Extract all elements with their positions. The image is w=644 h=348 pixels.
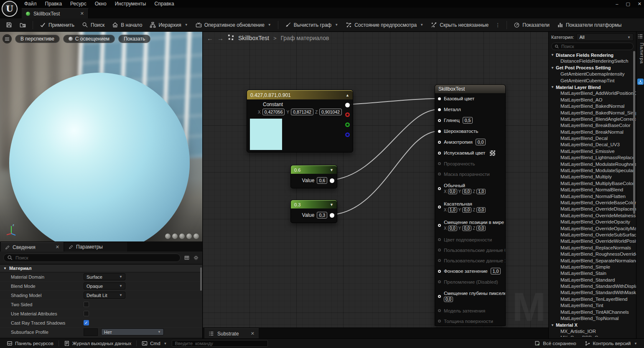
input-pin-icon[interactable] bbox=[438, 309, 441, 312]
material-pin-row[interactable]: Смещение глубины пикселей0,0 bbox=[435, 287, 505, 305]
asset-dropdown[interactable]: Нет▼ bbox=[101, 328, 164, 335]
pin-z-field[interactable]: 0,0 bbox=[476, 207, 486, 213]
palette-item[interactable]: MatLayerBlend_StandardWithMaskEd bbox=[549, 290, 636, 296]
material-pin-row[interactable]: Металл bbox=[435, 104, 505, 115]
palette-item[interactable]: MatLayerBlend_OverrideOpacityMas bbox=[549, 226, 636, 232]
statusbar-Панель ресурсов[interactable]: Панель ресурсов bbox=[3, 339, 57, 348]
material-pin-row[interactable]: ОбычныйX0,0Y0,0Z1,0 bbox=[435, 179, 505, 198]
menu-item-Правка[interactable]: Правка bbox=[41, 0, 66, 7]
constant-y-field[interactable]: 0,871242 bbox=[291, 109, 313, 115]
property-checkbox[interactable]: ✓ bbox=[84, 320, 89, 325]
material-pin-row[interactable]: КасательнаяX1,0Y0,0Z0,0 bbox=[435, 198, 505, 216]
constant-z-field[interactable]: 0,901042 bbox=[319, 109, 342, 115]
statusbar-Контроль версий[interactable]: Контроль версий▼ bbox=[581, 340, 641, 346]
property-dropdown[interactable]: Default Lit▼ bbox=[84, 292, 125, 299]
material-pin-row[interactable]: Пользовательские данные 0 bbox=[435, 245, 505, 255]
details-tab-Параметры[interactable]: Параметры bbox=[64, 242, 127, 251]
property-checkbox[interactable] bbox=[84, 302, 89, 307]
value-field[interactable]: 0,3 bbox=[317, 212, 327, 218]
more-options-icon[interactable]: ⋮ bbox=[493, 22, 503, 28]
constant-node-0-3[interactable]: 0.3 ▼ Value 0,3 bbox=[290, 200, 337, 223]
palette-item[interactable]: MatLayerBlend_Standard bbox=[549, 277, 636, 283]
palette-item[interactable]: MatLayerBlend_TopNormal bbox=[549, 315, 636, 322]
input-pin-icon[interactable] bbox=[438, 224, 441, 227]
expand-chevron-icon[interactable]: ▼ bbox=[330, 168, 333, 172]
toolbar-Применить[interactable]: Применить bbox=[36, 20, 78, 30]
palette-item[interactable]: MatLayerBlend_OverrideWorldPositio bbox=[549, 238, 636, 244]
palette-side-tab[interactable]: Палитра bbox=[636, 43, 644, 64]
palette-item[interactable]: MatLayerBlend_RoughnessOverride bbox=[549, 251, 636, 257]
settings-gear-icon[interactable] bbox=[193, 255, 199, 261]
command-input[interactable] bbox=[172, 340, 268, 347]
palette-item[interactable]: MatLayerBlend_OverrideMetalness bbox=[549, 213, 636, 219]
palette-search-input[interactable] bbox=[561, 44, 630, 49]
palette-item[interactable]: MatLayerBlend_Tint bbox=[549, 302, 636, 309]
preview-mesh-button-3[interactable] bbox=[186, 234, 192, 239]
output-pin-r[interactable] bbox=[345, 112, 350, 117]
pin-y-field[interactable]: 0,0 bbox=[462, 226, 471, 231]
toolbar-browse-icon[interactable] bbox=[16, 20, 29, 30]
palette-item[interactable]: MatLayerBlend_OverrideBaseColor bbox=[549, 200, 636, 206]
input-pin-icon[interactable] bbox=[438, 141, 441, 144]
material-pin-row[interactable]: Базовый цвет bbox=[435, 93, 505, 104]
close-icon[interactable]: ✕ bbox=[56, 244, 59, 250]
palette-group-Material Layer Blend[interactable]: ▼Material Layer Blend bbox=[549, 84, 636, 90]
tab-skillboxtest[interactable]: SkillboxTest ✕ bbox=[22, 8, 89, 18]
palette-item[interactable]: MatLayerBlend_Decal bbox=[549, 135, 636, 142]
palette-item[interactable]: MatLayerBlend_AddWorldPositionOff bbox=[549, 90, 636, 97]
palette-item[interactable]: MatLayerBlend_TintAllChannels bbox=[549, 309, 636, 315]
palette-item[interactable]: MatLayerBlend_Multiply bbox=[549, 174, 636, 180]
input-pin-icon[interactable] bbox=[438, 130, 441, 133]
input-pin-icon[interactable] bbox=[438, 206, 441, 208]
palette-item[interactable]: MatLayerBlend_MultiplyBaseColor bbox=[549, 180, 636, 187]
output-pin[interactable] bbox=[330, 178, 334, 183]
asset-thumbnail[interactable] bbox=[84, 328, 98, 336]
material-pin-row[interactable]: Пользовательские данные 1 bbox=[435, 255, 505, 266]
palette-item[interactable]: MatLayerBlend_TenLayerBlend bbox=[549, 296, 636, 302]
material-pin-row[interactable]: Смещение позиции в миреX0,0Y0,0Z0,0 bbox=[435, 216, 505, 234]
preview-viewport[interactable]: В перспективе С освещением Показать bbox=[0, 32, 202, 241]
input-pin-icon[interactable] bbox=[438, 249, 441, 251]
unreal-logo-icon[interactable]: U bbox=[2, 1, 18, 17]
pin-y-field[interactable]: 0,0 bbox=[462, 207, 471, 213]
statusbar-Всё сохранено[interactable]: Всё сохранено bbox=[531, 340, 579, 346]
input-pin-icon[interactable] bbox=[438, 97, 441, 100]
pin-x-field[interactable]: 0,0 bbox=[448, 226, 457, 231]
preview-mesh-button-0[interactable] bbox=[165, 234, 171, 239]
input-pin-icon[interactable] bbox=[438, 162, 441, 165]
palette-item[interactable]: MatLayerBlend_Decal_UV3 bbox=[549, 142, 636, 148]
toolbar-Поиск[interactable]: Поиск bbox=[79, 20, 108, 30]
input-pin-icon[interactable] bbox=[438, 320, 441, 323]
toolbar-В начало[interactable]: В начало bbox=[109, 20, 145, 30]
minimize-button[interactable]: – bbox=[616, 1, 618, 6]
input-pin-icon[interactable] bbox=[438, 119, 441, 122]
material-pin-row[interactable]: Шероховатость bbox=[435, 126, 505, 137]
palette-scrollbar[interactable] bbox=[633, 51, 635, 214]
palette-item[interactable]: GetAmbientCubemapTint bbox=[549, 78, 636, 84]
pin-value-field[interactable]: 0,0 bbox=[476, 139, 486, 145]
constant3-node[interactable]: 0.427,0.871,0.901 ▲ Constant X0,427056Y0… bbox=[247, 90, 353, 152]
toolbar-Состояние предпросмотра[interactable]: Состояние предпросмотра▼ bbox=[342, 20, 427, 30]
pin-y-field[interactable]: 0,0 bbox=[462, 189, 471, 194]
palette-item[interactable]: MatLayerBlend_Stain bbox=[549, 270, 636, 277]
material-pin-row[interactable]: Преломление (Disabled) bbox=[435, 277, 505, 287]
palette-item[interactable]: MatLayerBlend_BreakBaseColor bbox=[549, 122, 636, 129]
value-field[interactable]: 0,6 bbox=[317, 177, 327, 184]
toolbar-Показатели платформы[interactable]: Показатели платформы bbox=[554, 20, 625, 30]
pin-x-field[interactable]: 0,0 bbox=[448, 189, 457, 194]
preview-mesh-button-4[interactable] bbox=[193, 234, 199, 239]
menu-item-Справка[interactable]: Справка bbox=[150, 0, 178, 7]
details-scrollbar[interactable] bbox=[200, 267, 202, 291]
toolbar-Вычистить граф[interactable]: Вычистить граф▼ bbox=[282, 20, 341, 30]
palette-item[interactable]: MatLayerBlend_ModulateSpecular bbox=[549, 168, 636, 174]
menu-item-Файл[interactable]: Файл bbox=[20, 0, 41, 7]
output-pin-b[interactable] bbox=[345, 132, 350, 137]
preview-mesh-button-2[interactable] bbox=[179, 234, 185, 239]
palette-item[interactable]: MatLayerBlend_Emissive bbox=[549, 148, 636, 155]
palette-item[interactable]: DistanceFieldsRenderingSwitch bbox=[549, 58, 636, 64]
palette-group-Distance Fields Rendering[interactable]: ▼Distance Fields Rendering bbox=[549, 52, 636, 58]
palette-item[interactable]: MX_Artistic_IOR bbox=[549, 328, 636, 335]
material-section-header[interactable]: ▼ Материал bbox=[0, 264, 202, 272]
menu-item-Ресурс[interactable]: Ресурс bbox=[66, 0, 91, 7]
constant-node-0-6[interactable]: 0.6 ▼ Value 0,6 bbox=[290, 165, 337, 188]
